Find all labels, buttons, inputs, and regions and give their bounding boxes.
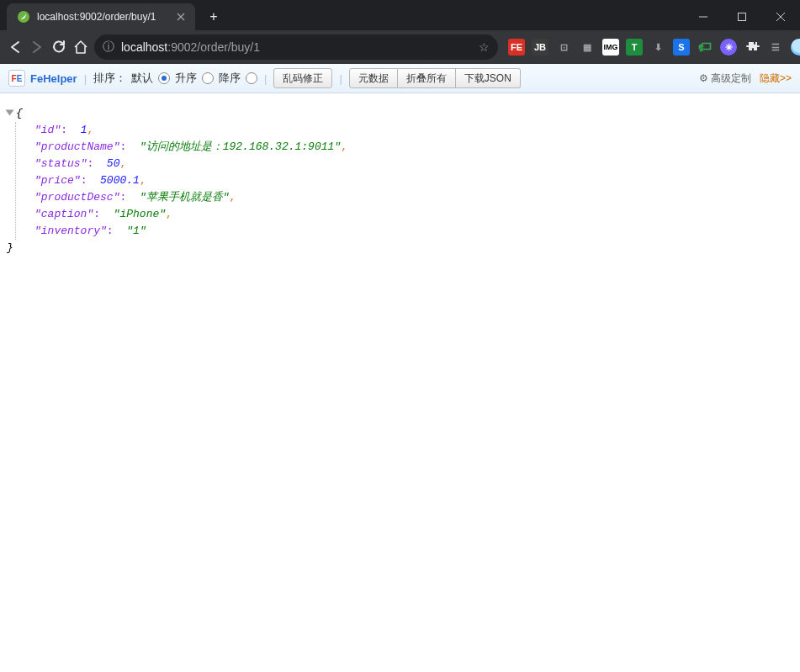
fehelper-logo[interactable]: FE FeHelper: [8, 70, 77, 87]
ext-circle-icon[interactable]: ✳: [720, 39, 737, 56]
browser-toolbar: ⓘ localhost:9002/order/buy/1 ☆ FE JB ⊡ ▦…: [0, 30, 800, 64]
sort-default-label: 默认: [131, 71, 153, 86]
home-button[interactable]: [72, 35, 89, 59]
button-group: 元数据 折叠所有 下载JSON: [349, 68, 521, 88]
close-window-button[interactable]: [761, 3, 800, 30]
sort-asc-radio[interactable]: [202, 72, 214, 84]
ext-t-icon[interactable]: T: [626, 39, 643, 56]
back-button[interactable]: [7, 35, 24, 59]
sort-default-radio[interactable]: [158, 72, 170, 84]
reload-button[interactable]: [50, 35, 67, 59]
ext-tag-icon[interactable]: 🏷: [697, 39, 713, 56]
advanced-settings-link[interactable]: ⚙高级定制: [699, 71, 751, 86]
extensions-puzzle-icon[interactable]: [744, 39, 760, 56]
new-tab-button[interactable]: +: [202, 5, 225, 29]
ext-download-icon[interactable]: ⬇: [649, 39, 666, 56]
page-content: FE FeHelper | 排序： 默认 升序 降序 | 乱码修正 | 元数据 …: [0, 64, 800, 672]
json-row[interactable]: "productDesc": "苹果手机就是香",: [34, 189, 793, 206]
close-brace: }: [7, 241, 13, 254]
metadata-button[interactable]: 元数据: [349, 68, 398, 88]
sort-asc-label: 升序: [175, 71, 197, 86]
svg-point-0: [18, 11, 29, 23]
sort-label: 排序：: [93, 71, 126, 86]
sort-desc-radio[interactable]: [246, 72, 257, 84]
json-row[interactable]: "status": 50,: [34, 156, 793, 172]
reading-list-icon[interactable]: ☰: [767, 39, 784, 56]
url-text: localhost:9002/order/buy/1: [121, 40, 260, 54]
fehelper-toolbar: FE FeHelper | 排序： 默认 升序 降序 | 乱码修正 | 元数据 …: [0, 64, 800, 93]
browser-tab[interactable]: localhost:9002/order/buy/1: [7, 3, 195, 30]
site-info-icon[interactable]: ⓘ: [103, 40, 114, 55]
json-row[interactable]: "inventory": "1": [34, 223, 793, 240]
window-controls: [684, 3, 800, 30]
sort-desc-label: 降序: [219, 71, 241, 86]
ext-grid-icon[interactable]: ▦: [579, 39, 596, 56]
encoding-fix-button[interactable]: 乱码修正: [273, 68, 332, 88]
hide-bar-link[interactable]: 隐藏>>: [760, 71, 792, 86]
json-row[interactable]: "id": 1,: [34, 122, 793, 139]
bookmark-star-icon[interactable]: ☆: [479, 40, 490, 54]
profile-avatar[interactable]: [791, 39, 800, 56]
json-row[interactable]: "price": 5000.1,: [34, 172, 793, 189]
fehelper-right: ⚙高级定制 隐藏>>: [699, 71, 792, 86]
fehelper-brand: FeHelper: [30, 72, 77, 85]
open-brace: {: [16, 107, 23, 119]
separator: |: [84, 72, 87, 85]
separator: |: [339, 72, 342, 85]
minimize-button[interactable]: [684, 3, 723, 30]
json-viewer: { "id": 1, "productName": "访问的地址是：192.16…: [0, 93, 800, 672]
ext-fe-icon[interactable]: FE: [508, 39, 525, 56]
ext-jb-icon[interactable]: JB: [532, 39, 548, 56]
collapse-all-button[interactable]: 折叠所有: [398, 68, 456, 88]
json-row[interactable]: "caption": "iPhone",: [34, 206, 793, 223]
ext-s-icon[interactable]: S: [673, 39, 690, 56]
browser-window: localhost:9002/order/buy/1 + ⓘ localhost…: [0, 0, 800, 672]
fehelper-logo-icon: FE: [8, 70, 25, 87]
separator: |: [264, 72, 267, 85]
tab-close-icon[interactable]: [177, 13, 185, 21]
extensions-row: FE JB ⊡ ▦ IMG T ⬇ S 🏷 ✳ ☰ ⋮: [508, 39, 800, 56]
spring-favicon: [17, 10, 30, 24]
download-json-button[interactable]: 下载JSON: [456, 68, 521, 88]
forward-button[interactable]: [29, 35, 45, 59]
ext-img-icon[interactable]: IMG: [602, 39, 619, 56]
sort-group: 排序： 默认 升序 降序: [93, 71, 257, 86]
address-bar[interactable]: ⓘ localhost:9002/order/buy/1 ☆: [94, 34, 498, 60]
svg-rect-1: [739, 13, 746, 21]
json-object-body: "id": 1, "productName": "访问的地址是：192.168.…: [15, 122, 793, 240]
maximize-button[interactable]: [723, 3, 761, 30]
collapse-toggle-icon[interactable]: [6, 109, 14, 115]
json-row[interactable]: "productName": "访问的地址是：192.168.32.1:9011…: [34, 139, 793, 156]
tab-title: localhost:9002/order/buy/1: [37, 11, 170, 23]
ext-restore-icon[interactable]: ⊡: [555, 39, 572, 56]
titlebar: localhost:9002/order/buy/1 +: [0, 0, 800, 30]
gear-icon: ⚙: [699, 72, 708, 84]
